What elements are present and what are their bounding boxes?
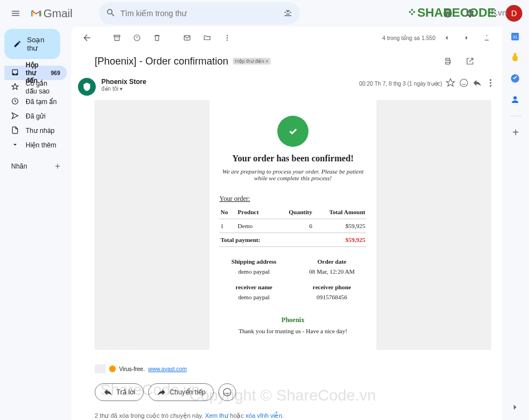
nav-more[interactable]: Hiện thêm (4, 138, 67, 152)
receiver-name-value: demo paypal (219, 294, 288, 300)
reply-icon[interactable] (472, 78, 482, 89)
card-subtitle: We are preparing to process your order. … (219, 168, 366, 181)
svg-point-22 (490, 82, 492, 84)
sender-name: Phoenix Store (101, 78, 354, 86)
spam-button[interactable] (128, 29, 146, 47)
delete-button[interactable] (148, 29, 166, 47)
timestamp: 00:20 Th 7, 8 thg 3 (1 ngày trước) (359, 81, 442, 87)
search-input[interactable] (120, 9, 278, 18)
nav-sent[interactable]: Đã gửi (4, 109, 67, 123)
back-button[interactable] (78, 29, 96, 47)
menu-icon[interactable] (4, 2, 27, 24)
table-row: 1 Demo 6 $59,925 (219, 219, 366, 233)
search-icon (106, 8, 116, 19)
svg-point-21 (490, 79, 492, 81)
orderdate-value: 08 Mar, 12:20 AM (297, 268, 366, 275)
sender-avatar (78, 78, 96, 96)
receiver-phone-label: receiver phone (297, 284, 366, 290)
compose-button[interactable]: Soạn thư (4, 29, 60, 59)
add-reaction-button[interactable] (218, 383, 236, 401)
moveto-button[interactable] (198, 29, 216, 47)
email-subject: [Phoenix] - Order confirmation (95, 56, 228, 67)
forward-button[interactable]: Chuyển tiếp (148, 383, 214, 401)
virus-free: Virus-free. www.avast.com (71, 361, 502, 377)
card-title: Your order has been confirmed! (219, 154, 366, 164)
svg-rect-12 (114, 35, 120, 36)
archive-button[interactable] (108, 29, 126, 47)
svg-point-20 (460, 79, 468, 87)
brand-name: Phoenix (219, 316, 366, 324)
side-panel-toggle[interactable] (510, 402, 521, 413)
deleted-info: 2 thư đã xóa trong cuộc trò chuyện này. … (71, 408, 502, 420)
pager-text: 4 trong tổng số 1.550 (383, 35, 435, 41)
shipping-value: demo paypal (219, 268, 288, 275)
avast-link[interactable]: www.avast.com (148, 366, 187, 372)
contacts-icon[interactable] (510, 95, 521, 106)
receiver-phone-value: 0915768456 (297, 294, 366, 300)
star-icon (11, 83, 19, 92)
order-label: Your order: (219, 195, 366, 203)
view-link[interactable]: Xem thư (205, 412, 228, 419)
inbox-icon (11, 68, 19, 78)
more-icon[interactable] (486, 78, 496, 89)
gmail-logo[interactable]: Gmail (27, 7, 77, 20)
logo-text: Gmail (43, 7, 72, 20)
labels-header: Nhãn + (4, 159, 67, 174)
sent-icon (11, 112, 19, 121)
emoji-reaction-icon[interactable] (459, 78, 469, 89)
search-box[interactable] (99, 2, 300, 24)
next-button[interactable] (458, 29, 476, 47)
more-button[interactable] (218, 29, 236, 47)
svg-rect-19 (446, 62, 450, 65)
compose-label: Soạn thư (27, 36, 51, 52)
delete-forever-link[interactable]: xóa vĩnh viễn (246, 412, 282, 419)
sharecode-watermark: SHARECODE.vn (407, 6, 507, 20)
shipping-label: Shipping address (219, 258, 288, 265)
svg-rect-1 (41, 11, 41, 16)
svg-point-15 (227, 35, 228, 36)
calendar-icon[interactable]: 31 (510, 31, 521, 42)
svg-point-28 (513, 96, 517, 100)
filter-icon[interactable] (283, 8, 293, 19)
check-icon (277, 116, 308, 147)
keep-icon[interactable] (510, 52, 521, 63)
print-button[interactable] (439, 52, 457, 70)
svg-point-24 (224, 388, 232, 396)
reply-button[interactable]: Trả lời (95, 383, 144, 401)
addons-icon[interactable]: + (510, 126, 521, 137)
star-message-icon[interactable] (445, 78, 455, 89)
svg-rect-0 (31, 11, 32, 16)
chevron-down-icon (11, 141, 19, 150)
thank-you: Thank you for trusting us - Have a nice … (219, 328, 366, 334)
nav-drafts[interactable]: Thư nháp (4, 123, 67, 138)
popout-button[interactable] (461, 52, 479, 70)
nav-snoozed[interactable]: Đã tạm ẩn (4, 95, 67, 109)
add-label-icon[interactable]: + (55, 161, 60, 171)
input-tool-button[interactable] (478, 29, 496, 47)
svg-point-23 (490, 85, 492, 87)
nav-starred[interactable]: Có gắn dấu sao (4, 80, 67, 95)
draft-icon (11, 126, 19, 136)
inbox-tag[interactable]: Hộp thư đến × (233, 58, 271, 65)
svg-point-17 (227, 39, 228, 41)
sender-to[interactable]: đến tôi ▾ (101, 86, 354, 92)
tasks-icon[interactable] (510, 73, 521, 85)
orderdate-label: Order date (297, 258, 366, 265)
markread-button[interactable] (178, 29, 196, 47)
receiver-name-label: receiver name (219, 284, 288, 290)
clock-icon (11, 97, 19, 107)
order-table: No Product Quantity Total Amount 1 Demo … (219, 205, 366, 247)
nav-inbox[interactable]: Hộp thư đến 969 (4, 66, 67, 80)
svg-point-16 (227, 37, 228, 38)
total-row: Total payment: $59,925 (219, 233, 366, 247)
avatar[interactable]: D (506, 5, 522, 22)
svg-text:31: 31 (513, 34, 517, 39)
prev-button[interactable] (438, 29, 455, 47)
